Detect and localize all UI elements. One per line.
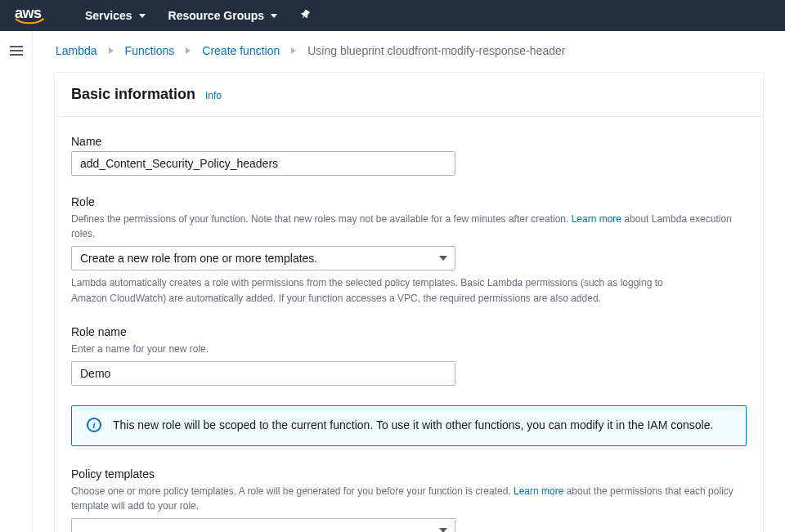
policy-learn-more-link[interactable]: Learn more	[514, 485, 563, 497]
breadcrumb-lambda[interactable]: Lambda	[56, 44, 97, 57]
info-alert: i This new role will be scoped to the cu…	[71, 405, 747, 446]
info-link[interactable]: Info	[205, 90, 222, 101]
policy-templates-field: Policy templates Choose one or more poli…	[71, 467, 747, 532]
role-learn-more-link[interactable]: Learn more	[572, 213, 621, 225]
role-name-hint: Enter a name for your new role.	[71, 342, 747, 356]
policy-select[interactable]	[71, 518, 455, 532]
chevron-right-icon	[109, 47, 114, 54]
role-name-label: Role name	[71, 325, 747, 338]
role-name-field: Role name Enter a name for your new role…	[71, 325, 747, 386]
resource-groups-menu[interactable]: Resource Groups	[168, 9, 277, 22]
pin-button[interactable]	[300, 10, 310, 22]
side-panel-toggle-area	[0, 31, 33, 532]
services-label: Services	[85, 9, 132, 22]
main-content: Lambda Functions Create function Using b…	[33, 31, 785, 532]
pin-icon	[300, 10, 310, 22]
role-name-input[interactable]	[71, 361, 455, 386]
breadcrumb-create-function[interactable]: Create function	[202, 44, 280, 57]
hamburger-icon[interactable]	[10, 46, 23, 56]
card-title: Basic information	[71, 86, 195, 103]
name-field: Name	[71, 135, 747, 176]
policy-hint: Choose one or more policy templates. A r…	[71, 484, 747, 513]
breadcrumb-functions[interactable]: Functions	[125, 44, 175, 57]
role-select[interactable]: Create a new role from one or more templ…	[71, 246, 455, 270]
role-hint: Defines the permissions of your function…	[71, 212, 747, 241]
name-input[interactable]	[71, 151, 455, 176]
chevron-right-icon	[291, 47, 296, 54]
chevron-down-icon	[139, 14, 146, 18]
name-label: Name	[71, 135, 747, 148]
chevron-right-icon	[186, 47, 191, 54]
card-header: Basic information Info	[55, 73, 763, 117]
basic-information-card: Basic information Info Name Role Defines…	[54, 72, 764, 532]
info-alert-text: This new role will be scoped to the curr…	[113, 418, 713, 434]
services-menu[interactable]: Services	[85, 9, 146, 22]
breadcrumb-current: Using blueprint cloudfront-modify-respon…	[307, 44, 565, 57]
role-field: Role Defines the permissions of your fun…	[71, 195, 747, 306]
aws-logo[interactable]: aws	[15, 6, 44, 26]
policy-label: Policy templates	[71, 467, 747, 481]
breadcrumb: Lambda Functions Create function Using b…	[56, 44, 764, 57]
info-icon: i	[87, 418, 101, 432]
top-navbar: aws Services Resource Groups	[0, 0, 785, 31]
role-select-value: Create a new role from one or more templ…	[80, 252, 317, 265]
role-label: Role	[71, 195, 747, 208]
role-below-hint: Lambda automatically creates a role with…	[71, 275, 693, 306]
chevron-down-icon	[271, 14, 277, 18]
resource-groups-label: Resource Groups	[168, 9, 264, 22]
